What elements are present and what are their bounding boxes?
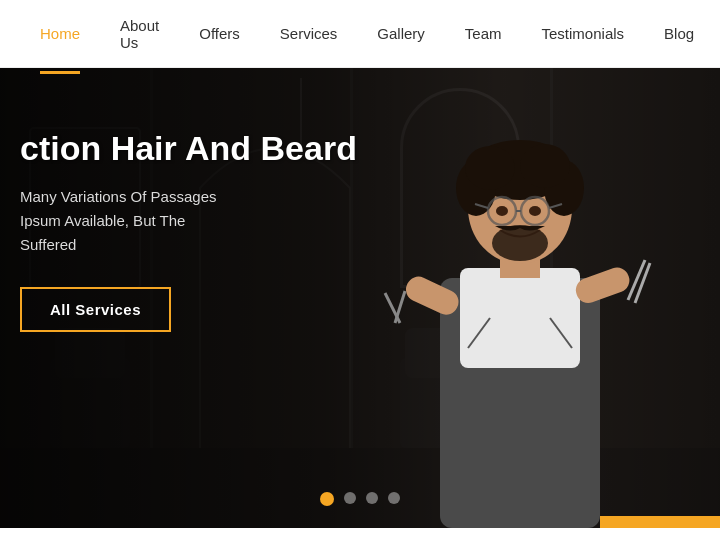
svg-point-24 [529, 206, 541, 216]
svg-point-23 [496, 206, 508, 216]
nav-item-gallery[interactable]: Gallery [357, 15, 445, 52]
all-services-button[interactable]: All Services [20, 287, 171, 332]
hero-person [380, 108, 660, 528]
person-svg [380, 108, 660, 528]
svg-line-29 [395, 291, 405, 323]
hero-desc-line3: Suffered [20, 236, 76, 253]
svg-rect-27 [573, 264, 633, 306]
nav-item-offers[interactable]: Offers [179, 15, 260, 52]
hero-desc-line2: Ipsum Available, But The [20, 212, 185, 229]
nav-items: Home About Us Offers Services Gallery Te… [20, 7, 714, 61]
nav-item-team[interactable]: Team [445, 15, 522, 52]
hero-content: ction Hair And Beard Many Variations Of … [0, 128, 377, 332]
hero-section: ction Hair And Beard Many Variations Of … [0, 68, 720, 528]
svg-rect-10 [460, 268, 580, 368]
nav-item-about[interactable]: About Us [100, 7, 179, 61]
dot-4[interactable] [388, 492, 400, 504]
hero-desc-line1: Many Variations Of Passages [20, 188, 216, 205]
nav-item-home[interactable]: Home [20, 15, 100, 52]
nav-item-blog[interactable]: Blog [644, 15, 714, 52]
navigation: Home About Us Offers Services Gallery Te… [0, 0, 720, 68]
hero-description: Many Variations Of Passages Ipsum Availa… [20, 185, 357, 257]
svg-point-25 [492, 225, 548, 261]
dot-3[interactable] [366, 492, 378, 504]
slider-dots [320, 492, 400, 506]
dot-2[interactable] [344, 492, 356, 504]
hero-title: ction Hair And Beard [20, 128, 357, 169]
nav-item-testimonials[interactable]: Testimonials [522, 15, 645, 52]
dot-1[interactable] [320, 492, 334, 506]
nav-item-services[interactable]: Services [260, 15, 358, 52]
svg-point-16 [465, 146, 515, 190]
bottom-accent-strip [600, 516, 720, 528]
svg-point-17 [520, 144, 570, 188]
